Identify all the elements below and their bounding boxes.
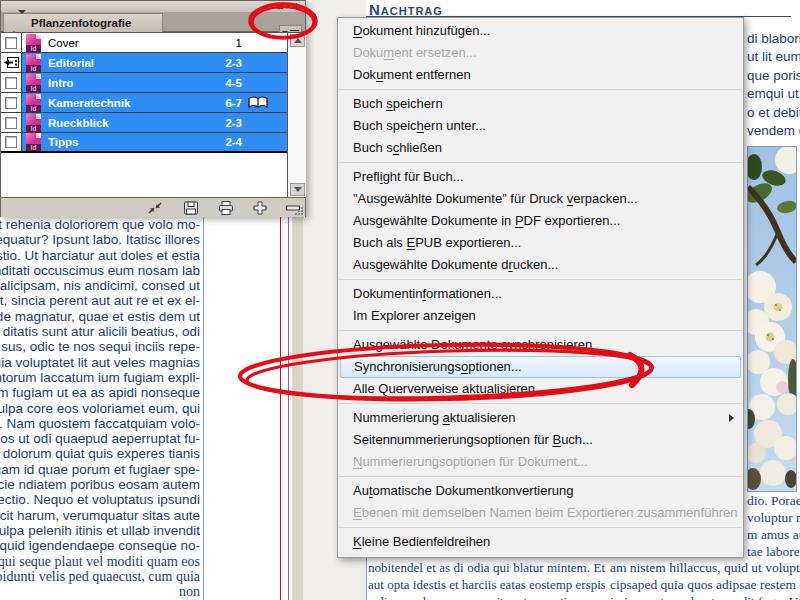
document-status-cell[interactable] [1,33,22,52]
book-document-row[interactable]: IdCover1 [1,33,287,53]
indesign-document-icon: Id [26,94,41,112]
text-line: quiat qui seque plaut vel moditi quam eo… [0,554,200,569]
add-document-icon[interactable] [252,201,268,215]
text-line: emqui ut do [747,85,800,103]
document-open-indicator [244,96,287,109]
style-source-indicator[interactable] [1,53,22,72]
text-line: liqui alicipsam, nis andicimi, consed ut [0,278,200,293]
menu-item[interactable]: Nummerierung aktualisieren [338,407,743,429]
menu-item[interactable]: Buch als EPUB exportieren... [338,232,743,254]
synchronize-icon[interactable] [147,201,163,215]
document-name: Rueckblick [48,117,184,129]
scrollbar[interactable] [287,32,306,197]
right-column-text-top: di blaboribeaut lit eum eaque poristeemq… [747,30,800,140]
text-line: nim et rehenia doloriorem que volo mo- [0,217,200,232]
menu-item[interactable]: Seitennummerierungsoptionen für Buch... [338,429,743,451]
menu-separator [339,403,742,404]
document-name: Intro [48,77,184,89]
text-line: em quia voluptatet lit aut veles magnias [0,355,200,370]
text-line: s sapidunti velis ped quaecust, cum quia [0,569,200,584]
text-line: o et debit, u [747,104,800,122]
menu-item[interactable]: Ausgewählte Dokumente synchronisieren [338,334,743,356]
text-line: ndescit harum, verumquatur sitas aute [0,508,200,523]
apple-blossom-photo [747,146,797,492]
book-document-row[interactable]: IdIntro4-5 [1,73,287,93]
text-line: voluptur mil [747,509,800,526]
book-document-row[interactable]: IdKameratechnik6-7 [1,93,287,113]
right-column-text-bottom: dio. Poraecuvoluptur milm amus auttae la… [747,492,800,560]
tab-book-pflanzenfotografie[interactable]: Pflanzenfotografie [3,13,163,32]
panel-expand-icon [10,14,26,32]
save-book-icon[interactable] [183,201,199,215]
menu-separator [339,279,742,280]
document-status-cell[interactable] [1,133,22,151]
print-book-icon[interactable] [218,201,234,215]
document-page-range: 1 [184,37,244,49]
text-line: pelique valore ceque rerit, eutae eostio… [368,593,605,600]
text-line: di blaboribea [747,30,800,48]
panel-tab-label: Pflanzenfotografie [31,17,131,29]
menu-separator [339,527,742,528]
menu-item[interactable]: Dokument entfernen [338,64,743,86]
menu-item[interactable]: Kleine Bedienfeldreihen [338,531,743,553]
text-line: umquam id quae porum et fugiaer spe- [0,462,200,477]
menu-item[interactable]: Buch schließen [338,137,743,159]
document-status-cell[interactable] [1,93,22,112]
book-document-row[interactable]: IdEditorial2-3 [1,53,287,73]
menu-item[interactable]: Ausgewählte Dokumente in PDF exportieren… [338,210,743,232]
text-line: ut lit eum ea [747,48,800,66]
text-line: intis de magnatur, quae et estis dem ut [0,309,200,324]
menu-item[interactable]: Synchronisierungsoptionen... [340,356,741,378]
text-line: i apiciam fugiam ut ea as apidi nonseque [0,385,200,400]
style-source-icon [3,56,20,69]
bottom-text-column-a: nobitendel et as di odia qui blatur mint… [368,559,605,600]
menu-item[interactable]: Im Explorer anzeigen [338,305,743,327]
collapse-panel-icon[interactable]: ◀◀ [274,2,281,11]
text-line: iae et dolorum quiat quis experes tianis [0,446,200,461]
text-line: m amus aut [747,526,800,543]
indesign-document-icon: Id [26,34,41,52]
panel-tab-row: Pflanzenfotografie [1,12,305,32]
text-line: onsectio. Nequo et voluptatus ipsundi [0,492,200,507]
text-line: ntem ditatis sunt atur alicili beatius, … [0,324,200,339]
document-page-range: 6-7 [184,97,244,109]
menu-item[interactable]: Automatische Dokumentkonvertierung [338,480,743,502]
document-status-cell[interactable] [1,113,22,132]
menu-item[interactable]: Dokument hinzufügen... [338,20,743,42]
text-line: or sinulpa core eos voloriamet eum, qui [0,401,200,416]
text-line: issimpe et vendumtus, odit fuga. Ut labo [610,593,800,600]
document-name: Cover [48,37,184,49]
menu-item[interactable]: Ausgewählte Dokumente drucken... [338,254,743,276]
document-status-cell[interactable] [1,73,22,92]
text-line: tae laborero [747,543,800,560]
menu-item: Dokument ersetzen... [338,42,743,64]
menu-item[interactable]: "Ausgewählte Dokumente" für Druck verpac… [338,188,743,210]
panel-toolbar [1,197,305,217]
scroll-up-icon[interactable] [290,34,305,47]
menu-item[interactable]: Dokumentinformationen... [338,283,743,305]
menu-separator [339,162,742,163]
menu-item[interactable]: Preflight für Buch... [338,166,743,188]
bottom-text-column-b: am nistem hillaccus, quid ut voluptam fu… [610,559,800,600]
menu-item[interactable]: Alle Querverweise aktualisieren [338,378,743,400]
document-page-range: 2-3 [184,57,244,69]
indesign-document-icon: Id [26,54,41,72]
indesign-document-icon: Id [26,114,41,132]
text-line: res resequatur? Ipsunt labo. Itatisc ill… [0,232,200,247]
text-line: am nistem hillaccus, quid ut voluptam fu [610,559,800,576]
menu-item[interactable]: Buch speichern [338,93,743,115]
menu-item[interactable]: Buch speichern unter... [338,115,743,137]
document-indicator-box [5,136,17,148]
panel-resize-grip[interactable] [294,206,304,216]
menu-separator [339,476,742,477]
document-indicator-box [5,117,17,129]
close-panel-icon[interactable]: ✕ [290,1,298,11]
text-line: eostrum sus, odic te nos sequi inciis re… [0,339,200,354]
book-document-row[interactable]: IdRueckblick2-3 [1,113,287,133]
document-page-range: 2-3 [184,117,244,129]
document-name: Kameratechnik [48,97,184,109]
scroll-down-icon[interactable] [290,183,305,196]
text-line: asitio. Nam quostem faccatquiam volo- [0,416,200,431]
submenu-arrow-icon [729,414,734,422]
book-document-row[interactable]: IdTipps2-4 [1,133,287,153]
